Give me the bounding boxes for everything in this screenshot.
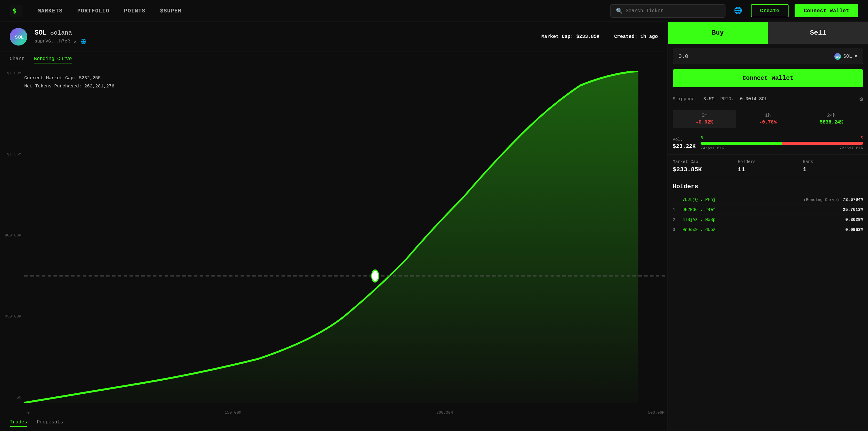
tab-proposals[interactable]: Proposals	[37, 420, 63, 427]
slippage-label: Slippage:	[673, 96, 697, 102]
stat-market-cap: Market Cap $233.85K	[673, 159, 733, 173]
timeframe-1h-label: 1h	[765, 113, 771, 118]
twitter-icon[interactable]: ✕	[74, 38, 77, 45]
sell-stats: 72/$11.61K	[839, 146, 863, 150]
bonding-curve-svg	[24, 71, 668, 403]
y-label-1: $1.35M	[0, 152, 24, 156]
svg-text:$: $	[13, 7, 17, 15]
stat-market-cap-value: $233.85K	[673, 166, 733, 173]
current-market-cap-text: Current Market Cap: $232,255	[24, 74, 114, 82]
prio-value: 0.0014 SOL	[740, 96, 767, 102]
holder-pct-2: 0.3029%	[845, 217, 863, 222]
holder-pct-3: 0.0963%	[845, 227, 863, 232]
search-box[interactable]: 🔍	[610, 4, 725, 18]
navbar: $ MARKETS PORTFOLIO POINTS $SUPER 🔍 🌐 Cr…	[0, 0, 868, 22]
x-label-3: 500.06M	[648, 410, 664, 415]
x-label-0: 0	[27, 410, 30, 415]
nav-markets[interactable]: MARKETS	[38, 8, 63, 14]
stat-rank-value: 1	[803, 166, 863, 173]
y-label-2: 900.00K	[0, 233, 24, 238]
left-panel: SOL SOL Solana suprVG...h7cR ✕ 🌐 Market …	[0, 22, 668, 431]
tab-chart[interactable]: Chart	[10, 56, 24, 63]
holder-address-1[interactable]: DE2Rd6...r4ef	[682, 207, 836, 212]
connect-wallet-button[interactable]: Connect Wallet	[673, 69, 863, 87]
nav-portfolio[interactable]: PORTFOLIO	[78, 8, 110, 14]
holder-row-2: 2 4TSjAz...Nx8p 0.3029%	[673, 215, 863, 225]
holder-row-3: 3 9nDqx9...dUpz 0.0963%	[673, 225, 863, 235]
stat-market-cap-label: Market Cap	[673, 159, 733, 164]
sol-label: SOL	[843, 54, 852, 59]
trade-buttons: Buy Sell	[668, 22, 868, 44]
slippage-value: 3.5%	[703, 96, 714, 102]
timeframe-1h-change: -0.78%	[759, 120, 777, 125]
sol-logo-icon: SOL	[834, 53, 841, 60]
timeframe-24h-change: 5838.24%	[820, 120, 843, 125]
search-icon: 🔍	[616, 7, 623, 14]
nav-right: 🔍 🌐 Create Connect Wallet	[610, 4, 858, 18]
vol-label: Vol.	[673, 137, 696, 142]
timeframe-5m-label: 5m	[702, 113, 707, 118]
holders-title: Holders	[673, 183, 863, 190]
svg-text:SOL: SOL	[15, 35, 24, 39]
token-info: SOL Solana suprVG...h7cR ✕ 🌐	[35, 29, 87, 45]
timeframe-5m-change: -0.02%	[696, 120, 713, 125]
token-name-row: SOL Solana	[35, 29, 87, 37]
amount-input[interactable]	[678, 53, 834, 59]
created-label: Created:	[614, 34, 638, 39]
timeframe-1h[interactable]: 1h -0.78%	[736, 110, 800, 128]
bs-bar-section: B S 74/$11.61K 72/$11.61K	[701, 136, 863, 150]
holder-pct-0: 73.6704%	[843, 197, 863, 202]
chart-svg-container	[24, 71, 668, 403]
settings-icon[interactable]: ⚙	[860, 95, 863, 103]
sell-indicator: S	[861, 136, 863, 141]
holder-pct-1: 25.7613%	[843, 207, 863, 212]
holder-address-2[interactable]: 4TSjAz...Nx8p	[682, 217, 838, 222]
buy-indicator: B	[701, 136, 703, 141]
holder-index-1: 1	[673, 207, 679, 212]
buy-sell-bar	[701, 142, 863, 145]
tab-trades[interactable]: Trades	[10, 420, 27, 427]
nav-points[interactable]: POINTS	[124, 8, 146, 14]
right-panel: Buy Sell SOL SOL ▼	[668, 22, 868, 431]
bs-labels: B S	[701, 136, 863, 141]
holder-address-0[interactable]: 7UJLjQ...PHnj	[682, 197, 800, 202]
sell-button[interactable]: Sell	[768, 22, 868, 44]
token-fullname: Solana	[50, 29, 72, 36]
holder-row-1: 1 DE2Rd6...r4ef 25.7613%	[673, 205, 863, 215]
timeframe-24h-label: 24h	[827, 113, 836, 118]
timeframe-5m[interactable]: 5m -0.02%	[673, 110, 736, 128]
chart-tabs: Chart Bonding Curve	[0, 52, 668, 68]
chart-info-overlay: Current Market Cap: $232,255 Net Tokens …	[24, 74, 114, 90]
connect-wallet-nav-button[interactable]: Connect Wallet	[795, 4, 858, 17]
svg-point-5	[372, 270, 378, 282]
buy-stats: 74/$11.61K	[701, 146, 724, 150]
y-label-3: 450.00K	[0, 314, 24, 319]
chart-area: Current Market Cap: $232,255 Net Tokens …	[0, 68, 668, 415]
sol-selector[interactable]: SOL SOL ▼	[834, 53, 857, 60]
search-input[interactable]	[626, 8, 720, 13]
market-cap-value: $233.85K	[576, 34, 599, 39]
globe-icon[interactable]: 🌐	[732, 4, 745, 18]
token-icon: SOL	[10, 28, 27, 46]
vol-row: Vol. $23.22K B S 74/$11.61K 72/$11.61K	[668, 132, 868, 154]
holder-tag-0: (Bonding Curve)	[804, 198, 839, 202]
vol-value: $23.22K	[673, 143, 696, 149]
stat-holders: Holders 11	[738, 159, 798, 173]
sol-dropdown-icon: ▼	[854, 54, 857, 59]
holder-address-3[interactable]: 9nDqx9...dUpz	[682, 227, 838, 232]
token-address[interactable]: suprVG...h7cR	[35, 39, 70, 44]
create-button[interactable]: Create	[751, 4, 788, 17]
holder-index-3: 3	[673, 227, 679, 232]
logo[interactable]: $	[10, 4, 23, 18]
y-label-0: $1.80M	[0, 71, 24, 76]
website-icon[interactable]: 🌐	[81, 38, 87, 45]
created-value: 1h ago	[640, 34, 658, 39]
token-address-row: suprVG...h7cR ✕ 🌐	[35, 38, 87, 45]
buy-button[interactable]: Buy	[668, 22, 768, 44]
nav-links: MARKETS PORTFOLIO POINTS $SUPER	[38, 8, 596, 14]
holder-index-2: 2	[673, 217, 679, 222]
slippage-row: Slippage: 3.5% PRIO: 0.0014 SOL ⚙	[668, 92, 868, 106]
tab-bonding-curve[interactable]: Bonding Curve	[34, 56, 72, 63]
nav-super[interactable]: $SUPER	[160, 8, 182, 14]
timeframe-24h[interactable]: 24h 5838.24%	[800, 110, 863, 128]
